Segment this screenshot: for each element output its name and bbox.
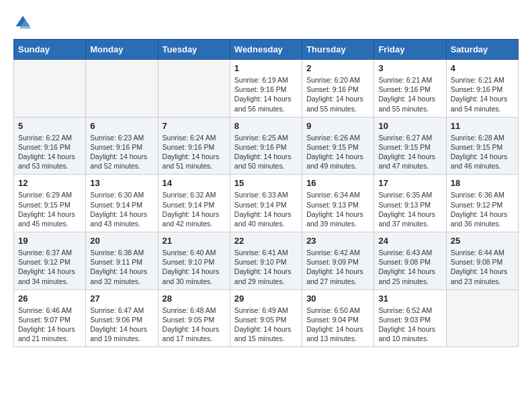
- day-number: 10: [378, 121, 441, 131]
- calendar-day-cell: 4Sunrise: 6:21 AM Sunset: 9:16 PM Daylig…: [446, 60, 518, 118]
- calendar-day-cell: 15Sunrise: 6:33 AM Sunset: 9:14 PM Dayli…: [230, 175, 302, 232]
- day-number: 28: [163, 293, 226, 304]
- calendar-day-cell: 5Sunrise: 6:22 AM Sunset: 9:16 PM Daylig…: [14, 117, 86, 175]
- calendar-day-cell: 1Sunrise: 6:19 AM Sunset: 9:16 PM Daylig…: [230, 60, 302, 118]
- calendar-day-cell: 19Sunrise: 6:37 AM Sunset: 9:12 PM Dayli…: [14, 232, 86, 290]
- calendar-day-cell: 3Sunrise: 6:21 AM Sunset: 9:16 PM Daylig…: [374, 60, 446, 118]
- day-number: 26: [18, 293, 81, 304]
- logo-icon: [13, 13, 32, 32]
- day-number: 25: [451, 236, 514, 246]
- day-info: Sunrise: 6:52 AM Sunset: 9:03 PM Dayligh…: [378, 306, 441, 344]
- day-info: Sunrise: 6:27 AM Sunset: 9:15 PM Dayligh…: [378, 133, 441, 171]
- calendar-day-cell: 11Sunrise: 6:28 AM Sunset: 9:15 PM Dayli…: [446, 117, 518, 175]
- calendar-day-cell: 27Sunrise: 6:47 AM Sunset: 9:06 PM Dayli…: [86, 289, 158, 347]
- day-number: 24: [378, 236, 441, 246]
- day-number: 20: [90, 236, 153, 246]
- day-info: Sunrise: 6:25 AM Sunset: 9:16 PM Dayligh…: [234, 133, 298, 171]
- calendar: SundayMondayTuesdayWednesdayThursdayFrid…: [13, 39, 519, 347]
- calendar-day-cell: [14, 60, 86, 118]
- day-number: 9: [306, 121, 369, 131]
- day-info: Sunrise: 6:34 AM Sunset: 9:13 PM Dayligh…: [306, 190, 369, 228]
- day-number: 12: [18, 178, 81, 188]
- calendar-day-cell: 28Sunrise: 6:48 AM Sunset: 9:05 PM Dayli…: [158, 289, 230, 347]
- calendar-day-cell: 30Sunrise: 6:50 AM Sunset: 9:04 PM Dayli…: [302, 289, 374, 347]
- day-number: 15: [234, 178, 298, 188]
- calendar-header-tuesday: Tuesday: [158, 40, 230, 60]
- day-info: Sunrise: 6:47 AM Sunset: 9:06 PM Dayligh…: [90, 306, 153, 344]
- day-info: Sunrise: 6:20 AM Sunset: 9:16 PM Dayligh…: [306, 75, 369, 113]
- day-info: Sunrise: 6:49 AM Sunset: 9:05 PM Dayligh…: [234, 306, 298, 344]
- day-info: Sunrise: 6:40 AM Sunset: 9:10 PM Dayligh…: [163, 248, 226, 286]
- day-info: Sunrise: 6:21 AM Sunset: 9:16 PM Dayligh…: [378, 75, 441, 113]
- day-number: 23: [306, 236, 369, 246]
- day-number: 8: [234, 121, 298, 131]
- calendar-week-row: 26Sunrise: 6:46 AM Sunset: 9:07 PM Dayli…: [14, 289, 519, 347]
- calendar-week-row: 12Sunrise: 6:29 AM Sunset: 9:15 PM Dayli…: [14, 175, 519, 232]
- page-header: [13, 13, 519, 32]
- day-number: 4: [451, 63, 514, 73]
- day-number: 29: [234, 293, 298, 304]
- calendar-day-cell: 17Sunrise: 6:35 AM Sunset: 9:13 PM Dayli…: [374, 175, 446, 232]
- calendar-header-wednesday: Wednesday: [230, 40, 302, 60]
- calendar-week-row: 5Sunrise: 6:22 AM Sunset: 9:16 PM Daylig…: [14, 117, 519, 175]
- calendar-day-cell: 21Sunrise: 6:40 AM Sunset: 9:10 PM Dayli…: [158, 232, 230, 290]
- day-number: 3: [378, 63, 441, 73]
- day-number: 18: [451, 178, 514, 188]
- day-number: 30: [306, 293, 369, 304]
- day-info: Sunrise: 6:44 AM Sunset: 9:08 PM Dayligh…: [451, 248, 514, 286]
- calendar-day-cell: 10Sunrise: 6:27 AM Sunset: 9:15 PM Dayli…: [374, 117, 446, 175]
- day-info: Sunrise: 6:37 AM Sunset: 9:12 PM Dayligh…: [18, 248, 81, 286]
- calendar-header-monday: Monday: [86, 40, 158, 60]
- day-info: Sunrise: 6:50 AM Sunset: 9:04 PM Dayligh…: [306, 306, 369, 344]
- day-info: Sunrise: 6:29 AM Sunset: 9:15 PM Dayligh…: [18, 190, 81, 228]
- day-info: Sunrise: 6:41 AM Sunset: 9:10 PM Dayligh…: [234, 248, 298, 286]
- calendar-day-cell: [86, 60, 158, 118]
- calendar-day-cell: 12Sunrise: 6:29 AM Sunset: 9:15 PM Dayli…: [14, 175, 86, 232]
- day-info: Sunrise: 6:28 AM Sunset: 9:15 PM Dayligh…: [451, 133, 514, 171]
- day-info: Sunrise: 6:19 AM Sunset: 9:16 PM Dayligh…: [234, 75, 298, 113]
- day-number: 22: [234, 236, 298, 246]
- day-number: 6: [90, 121, 153, 131]
- calendar-day-cell: 23Sunrise: 6:42 AM Sunset: 9:09 PM Dayli…: [302, 232, 374, 290]
- calendar-day-cell: 22Sunrise: 6:41 AM Sunset: 9:10 PM Dayli…: [230, 232, 302, 290]
- calendar-header-sunday: Sunday: [14, 40, 86, 60]
- calendar-day-cell: 14Sunrise: 6:32 AM Sunset: 9:14 PM Dayli…: [158, 175, 230, 232]
- calendar-day-cell: 29Sunrise: 6:49 AM Sunset: 9:05 PM Dayli…: [230, 289, 302, 347]
- day-number: 5: [18, 121, 81, 131]
- day-info: Sunrise: 6:33 AM Sunset: 9:14 PM Dayligh…: [234, 190, 298, 228]
- day-number: 14: [163, 178, 226, 188]
- day-info: Sunrise: 6:24 AM Sunset: 9:16 PM Dayligh…: [163, 133, 226, 171]
- calendar-day-cell: 7Sunrise: 6:24 AM Sunset: 9:16 PM Daylig…: [158, 117, 230, 175]
- day-number: 7: [163, 121, 226, 131]
- day-info: Sunrise: 6:35 AM Sunset: 9:13 PM Dayligh…: [378, 190, 441, 228]
- day-number: 21: [163, 236, 226, 246]
- day-info: Sunrise: 6:42 AM Sunset: 9:09 PM Dayligh…: [306, 248, 369, 286]
- day-number: 19: [18, 236, 81, 246]
- day-info: Sunrise: 6:38 AM Sunset: 9:11 PM Dayligh…: [90, 248, 153, 286]
- calendar-day-cell: 6Sunrise: 6:23 AM Sunset: 9:16 PM Daylig…: [86, 117, 158, 175]
- calendar-day-cell: 2Sunrise: 6:20 AM Sunset: 9:16 PM Daylig…: [302, 60, 374, 118]
- calendar-day-cell: 24Sunrise: 6:43 AM Sunset: 9:08 PM Dayli…: [374, 232, 446, 290]
- calendar-day-cell: 25Sunrise: 6:44 AM Sunset: 9:08 PM Dayli…: [446, 232, 518, 290]
- day-info: Sunrise: 6:22 AM Sunset: 9:16 PM Dayligh…: [18, 133, 81, 171]
- day-info: Sunrise: 6:46 AM Sunset: 9:07 PM Dayligh…: [18, 306, 81, 344]
- day-number: 31: [378, 293, 441, 304]
- day-info: Sunrise: 6:36 AM Sunset: 9:12 PM Dayligh…: [451, 190, 514, 228]
- day-number: 13: [90, 178, 153, 188]
- day-number: 11: [451, 121, 514, 131]
- day-info: Sunrise: 6:23 AM Sunset: 9:16 PM Dayligh…: [90, 133, 153, 171]
- calendar-day-cell: 20Sunrise: 6:38 AM Sunset: 9:11 PM Dayli…: [86, 232, 158, 290]
- day-number: 1: [234, 63, 298, 73]
- calendar-day-cell: 9Sunrise: 6:26 AM Sunset: 9:15 PM Daylig…: [302, 117, 374, 175]
- day-info: Sunrise: 6:26 AM Sunset: 9:15 PM Dayligh…: [306, 133, 369, 171]
- day-info: Sunrise: 6:48 AM Sunset: 9:05 PM Dayligh…: [163, 306, 226, 344]
- calendar-day-cell: [158, 60, 230, 118]
- calendar-header-thursday: Thursday: [302, 40, 374, 60]
- calendar-header-row: SundayMondayTuesdayWednesdayThursdayFrid…: [14, 40, 519, 60]
- calendar-day-cell: 8Sunrise: 6:25 AM Sunset: 9:16 PM Daylig…: [230, 117, 302, 175]
- day-number: 2: [306, 63, 369, 73]
- calendar-day-cell: 13Sunrise: 6:30 AM Sunset: 9:14 PM Dayli…: [86, 175, 158, 232]
- calendar-header-saturday: Saturday: [446, 40, 518, 60]
- calendar-day-cell: 18Sunrise: 6:36 AM Sunset: 9:12 PM Dayli…: [446, 175, 518, 232]
- calendar-day-cell: 31Sunrise: 6:52 AM Sunset: 9:03 PM Dayli…: [374, 289, 446, 347]
